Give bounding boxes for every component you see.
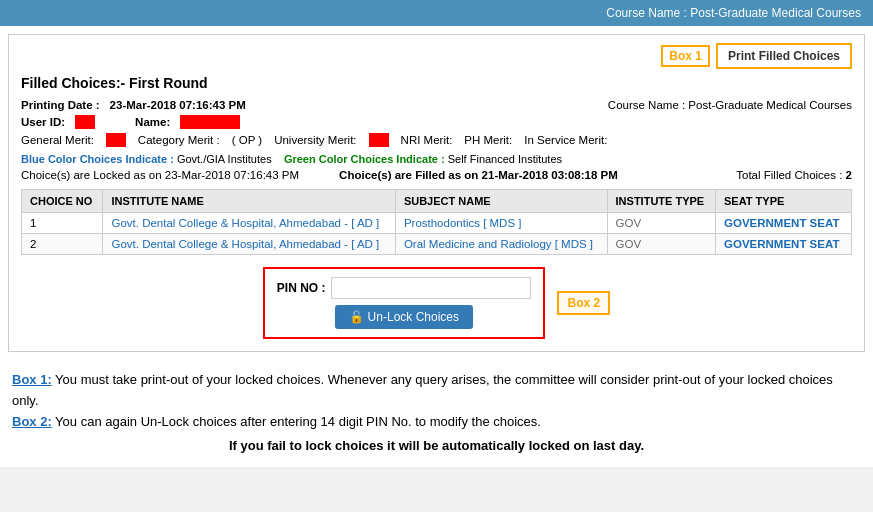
institute-name-link[interactable]: Govt. Dental College & Hospital, Ahmedab…	[111, 217, 379, 229]
user-id-value	[75, 115, 95, 129]
locked-filled-row: Choice(s) are Locked as on 23-Mar-2018 0…	[21, 169, 852, 181]
pin-row: PIN NO :	[277, 277, 532, 299]
col-choice-no: Choice No	[22, 190, 103, 213]
table-row: 1Govt. Dental College & Hospital, Ahmeda…	[22, 213, 852, 234]
box2-indicator: Box 2	[557, 291, 610, 315]
print-filled-choices-button[interactable]: Print Filled Choices	[716, 43, 852, 69]
cell-choice-no: 2	[22, 234, 103, 255]
panel: Box 1 Print Filled Choices Filled Choice…	[8, 34, 865, 352]
pin-input[interactable]	[331, 277, 531, 299]
ph-merit-label: PH Merit:	[464, 134, 512, 146]
university-merit-label: University Merit:	[274, 134, 356, 146]
user-id-row: User ID: Name:	[21, 115, 852, 129]
box1-note-text: You must take print-out of your locked c…	[12, 372, 833, 408]
pin-box: PIN NO : 🔓 Un-Lock Choices	[263, 267, 546, 339]
printing-date-value: 23-Mar-2018 07:16:43 PM	[110, 99, 246, 111]
name-label: Name:	[135, 116, 170, 128]
pin-label: PIN NO :	[277, 281, 326, 295]
total-filled-value: 2	[846, 169, 852, 181]
total-filled-label: Total Filled Choices : 2	[736, 169, 852, 181]
subject-name-link[interactable]: Prosthodontics [ MDS ]	[404, 217, 522, 229]
color-indicator-row: Blue Color Choices Indicate : Govt./GIA …	[21, 153, 852, 165]
pin-area: PIN NO : 🔓 Un-Lock Choices Box 2	[21, 267, 852, 339]
box1-indicator: Box 1	[661, 45, 710, 67]
col-seat-type: SEAT TYPE	[716, 190, 852, 213]
cell-institute-type: GOV	[607, 234, 715, 255]
green-indicator-label: Green Color Choices Indicate :	[284, 153, 445, 165]
university-merit-value	[369, 133, 389, 147]
category-merit-label: Category Merit :	[138, 134, 220, 146]
printing-date-label: Printing Date :	[21, 99, 100, 111]
unlock-choices-button[interactable]: 🔓 Un-Lock Choices	[335, 305, 473, 329]
filled-choices-title: Filled Choices:- First Round	[21, 75, 852, 91]
printing-date-row: Printing Date : 23-Mar-2018 07:16:43 PM …	[21, 99, 852, 111]
box2-note-label: Box 2:	[12, 414, 52, 429]
locked-as-label: Choice(s) are Locked as on 23-Mar-2018 0…	[21, 169, 299, 181]
category-merit-value: ( OP )	[232, 134, 262, 146]
institute-name-link[interactable]: Govt. Dental College & Hospital, Ahmedab…	[111, 238, 379, 250]
box1-note-label: Box 1:	[12, 372, 52, 387]
top-header: Course Name : Post-Graduate Medical Cour…	[0, 0, 873, 26]
in-service-merit-label: In Service Merit:	[524, 134, 607, 146]
notes-section: Box 1: You must take print-out of your l…	[0, 360, 873, 467]
main-container: Course Name : Post-Graduate Medical Cour…	[0, 0, 873, 467]
box1-note: Box 1: You must take print-out of your l…	[12, 370, 861, 412]
print-btn-area: Box 1 Print Filled Choices	[21, 43, 852, 69]
nri-merit-label: NRI Merit:	[401, 134, 453, 146]
col-institute-type: INSTITUTE TYPE	[607, 190, 715, 213]
course-name-right: Course Name : Post-Graduate Medical Cour…	[608, 99, 852, 111]
name-value	[180, 115, 240, 129]
blue-indicator-label: Blue Color Choices Indicate :	[21, 153, 174, 165]
table-header-row: Choice No INSTITUTE NAME SUBJECT NAME IN…	[22, 190, 852, 213]
filled-as-label: Choice(s) are Filled as on 21-Mar-2018 0…	[339, 169, 618, 181]
cell-institute-type: GOV	[607, 213, 715, 234]
general-merit-value	[106, 133, 126, 147]
box2-note: Box 2: You can again Un-Lock choices aft…	[12, 412, 861, 433]
cell-seat-type: GOVERNMENT SEAT	[716, 234, 852, 255]
cell-seat-type: GOVERNMENT SEAT	[716, 213, 852, 234]
green-indicator-value: Self Financed Institutes	[448, 153, 562, 165]
box2-note-text: You can again Un-Lock choices after ente…	[52, 414, 541, 429]
cell-choice-no: 1	[22, 213, 103, 234]
table-row: 2Govt. Dental College & Hospital, Ahmeda…	[22, 234, 852, 255]
merit-row: General Merit: Category Merit : ( OP ) U…	[21, 133, 852, 147]
user-id-label: User ID:	[21, 116, 65, 128]
header-course-name: Course Name : Post-Graduate Medical Cour…	[606, 6, 861, 20]
col-institute-name: INSTITUTE NAME	[103, 190, 395, 213]
blue-indicator-value: Govt./GIA Institutes	[177, 153, 272, 165]
choices-table: Choice No INSTITUTE NAME SUBJECT NAME IN…	[21, 189, 852, 255]
general-merit-label: General Merit:	[21, 134, 94, 146]
subject-name-link[interactable]: Oral Medicine and Radiology [ MDS ]	[404, 238, 593, 250]
last-line-note: If you fail to lock choices it will be a…	[12, 436, 861, 457]
col-subject-name: SUBJECT NAME	[395, 190, 607, 213]
